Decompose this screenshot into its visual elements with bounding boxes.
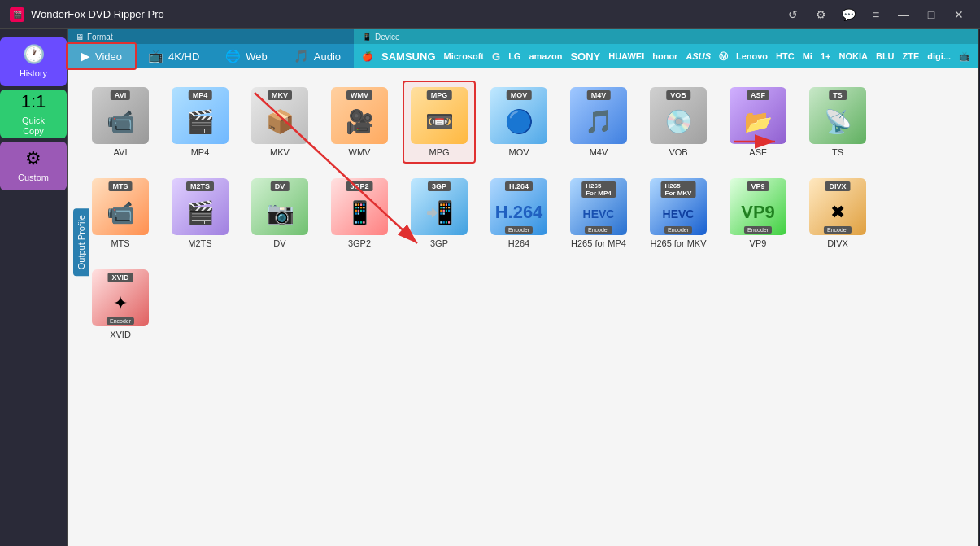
format-item-mts[interactable]: MTS 📹 MTS bbox=[84, 172, 157, 255]
brand-microsoft[interactable]: Microsoft bbox=[444, 51, 485, 61]
format-name-asf: ASF bbox=[749, 147, 766, 157]
format-thumb-avi: AVI 📹 bbox=[92, 87, 149, 144]
brand-tv[interactable]: 📺 bbox=[959, 51, 970, 62]
minimize-button[interactable]: — bbox=[892, 7, 915, 23]
tab-video[interactable]: ▶ Video bbox=[68, 44, 135, 68]
format-item-vob[interactable]: VOB 💿 VOB bbox=[642, 81, 715, 164]
format-badge-mts: MTS bbox=[109, 181, 133, 191]
format-thumb-dv: DV 📷 bbox=[251, 178, 308, 235]
format-thumb-m4v: M4V 🎵 bbox=[570, 87, 627, 144]
brand-nokia[interactable]: NOKIA bbox=[838, 51, 867, 61]
format-badge-m2ts: M2TS bbox=[186, 181, 214, 191]
format-item-asf[interactable]: ASF 📂 ASF bbox=[721, 81, 795, 164]
format-item-mp4[interactable]: MP4 🎬 MP4 bbox=[163, 81, 237, 164]
format-item-h264[interactable]: H.264 H.264 Encoder H264 bbox=[482, 172, 555, 255]
format-item-m4v[interactable]: M4V 🎵 M4V bbox=[562, 81, 635, 164]
format-item-mkv[interactable]: MKV 📦 MKV bbox=[243, 81, 316, 164]
format-thumb-mp4: MP4 🎬 bbox=[172, 87, 229, 144]
brand-zte[interactable]: ZTE bbox=[903, 51, 920, 61]
brand-more[interactable]: digi... bbox=[927, 51, 951, 61]
video-tab-icon: ▶ bbox=[81, 49, 90, 63]
encoder-badge-xvid: Encoder bbox=[107, 317, 134, 325]
format-name-m2ts: M2TS bbox=[188, 238, 211, 248]
encoder-badge-h265mkv: Encoder bbox=[664, 226, 692, 234]
close-button[interactable]: ✕ bbox=[947, 7, 970, 23]
format-badge-avi: AVI bbox=[111, 90, 130, 100]
sidebar-item-history[interactable]: 🕐 History bbox=[0, 37, 67, 86]
format-grid-row3: XVID ✦ Encoder XVID bbox=[80, 259, 966, 350]
format-item-ts[interactable]: TS 📡 TS bbox=[801, 81, 874, 164]
brand-sony[interactable]: SONY bbox=[570, 50, 600, 63]
format-thumb-ts: TS 📡 bbox=[809, 87, 866, 144]
brand-xiaomi[interactable]: Mi bbox=[803, 51, 812, 61]
brand-asus[interactable]: ASUS bbox=[686, 51, 711, 61]
tab-web[interactable]: 🌐 Web bbox=[212, 44, 281, 68]
encoder-badge-h264: Encoder bbox=[505, 226, 533, 234]
format-item-divx[interactable]: DIVX ✖ Encoder DIVX bbox=[801, 172, 874, 255]
format-item-dv[interactable]: DV 📷 DV bbox=[243, 172, 316, 255]
menu-button[interactable]: ≡ bbox=[865, 7, 887, 23]
brand-honor[interactable]: honor bbox=[652, 51, 677, 61]
format-name-3gp: 3GP bbox=[430, 238, 448, 248]
format-item-vp9[interactable]: VP9 VP9 Encoder VP9 bbox=[721, 172, 795, 255]
encoder-badge-divx: Encoder bbox=[824, 226, 852, 234]
format-item-mov[interactable]: MOV 🔵 MOV bbox=[482, 81, 555, 164]
brand-google[interactable]: G bbox=[492, 50, 500, 63]
format-item-3gp[interactable]: 3GP 📲 3GP bbox=[403, 172, 476, 255]
format-thumb-mts: MTS 📹 bbox=[92, 178, 149, 235]
format-name-ts: TS bbox=[832, 147, 843, 157]
format-badge-mov: MOV bbox=[507, 90, 532, 100]
history-label: History bbox=[20, 68, 47, 79]
title-bar-right: ↺ ⚙ 💬 ≡ — □ ✕ bbox=[782, 7, 970, 23]
brand-huawei[interactable]: HUAWEI bbox=[608, 51, 644, 61]
custom-label: Custom bbox=[18, 173, 49, 183]
brand-samsung[interactable]: SAMSUNG bbox=[381, 50, 435, 63]
brand-lenovo[interactable]: Lenovo bbox=[736, 51, 768, 61]
output-profile-tab[interactable]: Output Profile bbox=[73, 208, 89, 276]
device-section: 📱 Device 🍎 SAMSUNG Microsoft G LG amazon… bbox=[354, 29, 978, 68]
history-icon: 🕐 bbox=[23, 44, 45, 65]
brand-oneplus[interactable]: 1+ bbox=[821, 51, 831, 61]
chat-button[interactable]: 💬 bbox=[837, 7, 860, 23]
format-name-mts: MTS bbox=[111, 238, 129, 248]
brand-blu[interactable]: BLU bbox=[876, 51, 895, 61]
sidebar-item-quick-copy[interactable]: 1:1 Quick Copy bbox=[0, 90, 67, 138]
format-item-m2ts[interactable]: M2TS 🎬 M2TS bbox=[163, 172, 237, 255]
audio-tab-label: Audio bbox=[314, 50, 341, 63]
format-name-m4v: M4V bbox=[590, 147, 608, 157]
format-badge-h265mp4: H265For MP4 bbox=[581, 181, 616, 198]
quick-copy-icon: 1:1 bbox=[21, 91, 46, 112]
format-thumb-h265mp4: H265For MP4 HEVC Encoder bbox=[570, 178, 627, 235]
format-badge-3gp2: 3GP2 bbox=[346, 181, 372, 191]
brand-apple[interactable]: 🍎 bbox=[362, 51, 373, 62]
format-item-3gp2[interactable]: 3GP2 📱 3GP2 bbox=[323, 172, 396, 255]
format-item-xvid[interactable]: XVID ✦ Encoder XVID bbox=[84, 263, 157, 346]
format-item-wmv[interactable]: WMV 🎥 WMV bbox=[323, 81, 396, 164]
format-thumb-mkv: MKV 📦 bbox=[251, 87, 308, 144]
format-item-h265mp4[interactable]: H265For MP4 HEVC Encoder H265 for MP4 bbox=[562, 172, 635, 255]
encoder-badge-h265mp4: Encoder bbox=[585, 226, 612, 234]
format-name-xvid: XVID bbox=[110, 330, 131, 339]
brand-htc[interactable]: HTC bbox=[776, 51, 795, 61]
tab-4khd[interactable]: 📺 4K/HD bbox=[135, 44, 212, 68]
format-name-3gp2: 3GP2 bbox=[348, 238, 371, 248]
format-section: 🖥 Format ▶ Video 📺 4K/HD 🌐 bbox=[68, 29, 354, 68]
format-thumb-h264: H.264 H.264 Encoder bbox=[490, 178, 547, 235]
format-grid-row1: AVI 📹 AVI MP4 🎬 MP4 MKV 📦 bbox=[80, 76, 966, 168]
tab-audio[interactable]: 🎵 Audio bbox=[281, 44, 354, 68]
format-thumb-vp9: VP9 VP9 Encoder bbox=[730, 178, 786, 235]
brand-motorola[interactable]: Ⓜ bbox=[719, 50, 728, 63]
format-item-mpg[interactable]: MPG 📼 MPG bbox=[403, 81, 476, 164]
settings-toolbar-button[interactable]: ⚙ bbox=[809, 7, 832, 23]
maximize-button[interactable]: □ bbox=[920, 7, 943, 23]
web-tab-icon: 🌐 bbox=[225, 49, 241, 63]
brand-amazon[interactable]: amazon bbox=[529, 51, 562, 61]
format-badge-mkv: MKV bbox=[268, 90, 292, 100]
refresh-button[interactable]: ↺ bbox=[782, 7, 804, 23]
app-icon: 🎬 bbox=[10, 7, 24, 22]
format-thumb-3gp2: 3GP2 📱 bbox=[331, 178, 388, 235]
brand-lg[interactable]: LG bbox=[508, 51, 520, 61]
format-item-h265mkv[interactable]: H265For MKV HEVC Encoder H265 for MKV bbox=[642, 172, 715, 255]
format-item-avi[interactable]: AVI 📹 AVI bbox=[84, 81, 157, 164]
sidebar-item-custom[interactable]: ⚙ Custom bbox=[0, 142, 67, 190]
